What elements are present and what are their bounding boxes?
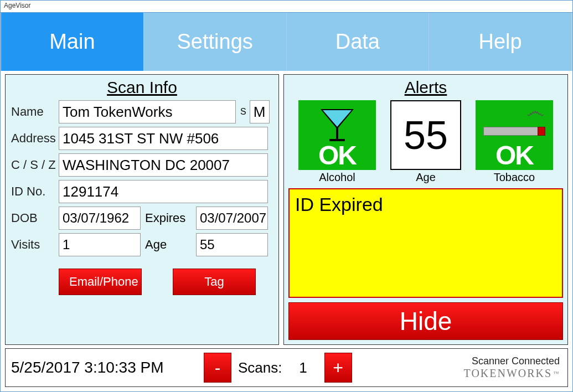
row-csz: C / S / Z WASHINGTON DC 20007	[11, 153, 273, 177]
alerts-panel: Alerts OK Alcohol	[283, 74, 568, 345]
alert-message: ID Expired	[288, 188, 563, 298]
tobacco-caption: Tobacco	[494, 171, 535, 184]
label-sex: S	[240, 107, 246, 117]
alcohol-caption: Alcohol	[319, 171, 355, 184]
decrement-button[interactable]: -	[204, 353, 231, 383]
label-dob: DOB	[11, 211, 59, 225]
label-csz: C / S / Z	[11, 158, 59, 172]
sex-field[interactable]: M	[250, 100, 270, 123]
alert-age: 55 Age	[387, 100, 464, 184]
label-expires: Expires	[145, 211, 196, 225]
window-title: AgeVisor	[4, 2, 30, 9]
right-status: Scanner Connected TOKENWORKS™	[464, 355, 562, 380]
datetime: 5/25/2017 3:10:33 PM	[11, 359, 199, 376]
tab-help[interactable]: Help	[429, 13, 572, 71]
tobacco-status: OK	[495, 142, 533, 169]
row-name: Name Tom TokenWorks S M	[11, 100, 273, 123]
label-id: ID No.	[11, 184, 59, 199]
row-visits-age: Visits 1 Age 55	[11, 233, 273, 256]
alcohol-tile: OK	[298, 100, 376, 170]
titlebar: AgeVisor	[1, 1, 572, 13]
label-address: Address	[11, 131, 59, 146]
label-age: Age	[145, 238, 196, 252]
app-window: AgeVisor Main Settings Data Help Scan In…	[0, 0, 573, 392]
scan-buttons: Email/Phone Tag	[11, 269, 273, 295]
name-field[interactable]: Tom TokenWorks	[59, 100, 236, 123]
content-area: Scan Info Name Tom TokenWorks S M Addres…	[1, 71, 572, 345]
alert-alcohol: OK Alcohol	[298, 100, 376, 184]
label-name: Name	[11, 105, 59, 119]
scan-info-title: Scan Info	[11, 78, 273, 97]
scans-label: Scans:	[238, 359, 282, 376]
tab-data[interactable]: Data	[287, 13, 430, 71]
tokenworks-logo: TOKENWORKS™	[464, 367, 560, 380]
alcohol-status: OK	[318, 142, 356, 169]
tab-settings[interactable]: Settings	[144, 13, 287, 71]
scanner-status: Scanner Connected	[464, 355, 560, 367]
alerts-title: Alerts	[288, 78, 563, 97]
tab-bar: Main Settings Data Help	[1, 13, 572, 71]
row-id: ID No. 1291174	[11, 180, 273, 203]
status-bar: 5/25/2017 3:10:33 PM - Scans: 1 + Scanne…	[5, 348, 568, 387]
age-tile: 55	[390, 100, 461, 170]
row-dob-exp: DOB 03/07/1962 Expires 03/07/2007	[11, 207, 273, 230]
scans-value: 1	[287, 359, 320, 376]
dob-field[interactable]: 03/07/1962	[59, 207, 141, 230]
tag-button[interactable]: Tag	[173, 269, 256, 295]
increment-button[interactable]: +	[324, 353, 352, 383]
hide-button[interactable]: Hide	[288, 302, 563, 340]
tab-main[interactable]: Main	[1, 13, 144, 71]
martini-icon	[321, 109, 354, 142]
expires-field[interactable]: 03/07/2007	[196, 207, 268, 230]
row-address: Address 1045 31ST ST NW #506	[11, 127, 273, 150]
age-caption: Age	[416, 171, 436, 184]
address-field[interactable]: 1045 31ST ST NW #506	[59, 127, 268, 150]
csz-field[interactable]: WASHINGTON DC 20007	[59, 153, 268, 177]
alerts-row: OK Alcohol 55 Age ෴	[288, 100, 563, 184]
age-value: 55	[404, 112, 448, 158]
tobacco-tile: ෴ OK	[476, 100, 553, 170]
alert-tobacco: ෴ OK Tobacco	[476, 100, 553, 184]
id-field[interactable]: 1291174	[59, 180, 268, 203]
visits-field[interactable]: 1	[59, 233, 141, 256]
cigarette-icon: ෴	[481, 104, 548, 142]
label-visits: Visits	[11, 238, 59, 252]
scan-info-panel: Scan Info Name Tom TokenWorks S M Addres…	[5, 74, 279, 345]
email-phone-button[interactable]: Email/Phone	[59, 269, 142, 295]
age-field[interactable]: 55	[196, 233, 268, 256]
